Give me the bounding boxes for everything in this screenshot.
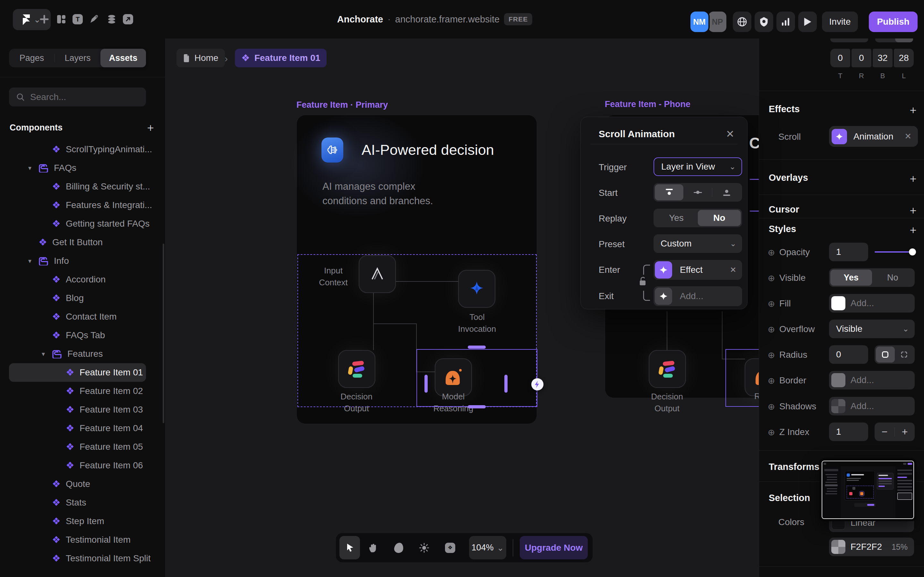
export-tool-button[interactable]	[122, 13, 134, 25]
close-icon[interactable]: ✕	[726, 128, 734, 140]
overflow-select[interactable]: Visible⌄	[829, 319, 915, 338]
plus-circle-icon[interactable]: ⊕	[768, 273, 775, 284]
padding-left-input[interactable]: 28	[894, 49, 914, 67]
tree-item-billing[interactable]: ❖Billing & Security st...	[0, 177, 166, 196]
partial-control[interactable]	[875, 39, 913, 42]
link-enter-exit-toggle[interactable]	[639, 262, 651, 303]
feature-icon-tile[interactable]	[321, 137, 343, 163]
selection-handle-right[interactable]	[504, 375, 507, 393]
start-option-center[interactable]	[683, 184, 712, 200]
tree-item-scrolltyping[interactable]: ❖ScrollTypingAnimati...	[0, 140, 166, 159]
add-component-button[interactable]: ＋	[145, 120, 156, 135]
padding-bottom-input[interactable]: 32	[873, 49, 893, 67]
plus-circle-icon[interactable]: ⊕	[768, 427, 775, 438]
frame-primary[interactable]: AI-Powered decision AI manages complex c…	[296, 115, 537, 424]
selection-handle-bottom[interactable]	[468, 405, 486, 408]
zindex-increment[interactable]: +	[895, 426, 915, 438]
layout-tool-button[interactable]	[55, 13, 67, 25]
text-tool-button[interactable]: T	[72, 13, 83, 25]
tree-item-faqs-tab[interactable]: ❖FAQs Tab	[0, 326, 166, 345]
frame-label-phone[interactable]: Feature Item - Phone	[605, 99, 690, 109]
preview-button[interactable]	[798, 11, 817, 32]
hand-tool-button[interactable]	[363, 536, 383, 559]
radius-uniform-option[interactable]	[876, 347, 895, 363]
plus-circle-icon[interactable]: ⊕	[768, 247, 775, 258]
start-option-bottom[interactable]	[712, 184, 741, 200]
breadcrumb-current[interactable]: ❖ Feature Item 01	[235, 49, 326, 67]
node-tool-invocation[interactable]	[458, 270, 495, 308]
node-model-reasoning-phone[interactable]	[745, 358, 759, 396]
tree-item-feature-item-04[interactable]: ❖Feature Item 04	[0, 419, 166, 438]
feature-description[interactable]: AI manages complex conditions and branch…	[322, 179, 433, 208]
zindex-input[interactable]: 1	[829, 422, 868, 441]
zoom-control[interactable]: 104%⌄	[469, 536, 506, 559]
plus-circle-icon[interactable]: ⊕	[768, 299, 775, 309]
tree-item-accordion[interactable]: ❖Accordion	[0, 270, 166, 289]
upgrade-now-button[interactable]: Upgrade Now	[520, 536, 588, 559]
project-title[interactable]: Anchorate · anchorate.framer.website FRE…	[337, 12, 533, 26]
tree-item-feature-item-03[interactable]: ❖Feature Item 03	[0, 400, 166, 419]
shadows-add-chip[interactable]: Add...	[829, 397, 915, 416]
opacity-slider-knob[interactable]	[909, 248, 916, 255]
visible-no[interactable]: No	[872, 269, 914, 285]
feature-title[interactable]: AI-Powered decision	[362, 142, 494, 158]
tree-item-quote[interactable]: ❖Quote	[0, 475, 166, 493]
node-decision-output-phone[interactable]	[649, 350, 686, 388]
avatar-np[interactable]: NP	[708, 11, 726, 32]
visible-yes[interactable]: Yes	[830, 269, 872, 285]
tree-item-get-it-button[interactable]: ❖Get It Button	[0, 233, 166, 251]
cms-tool-button[interactable]	[106, 13, 118, 25]
exit-add-chip[interactable]: Add...	[654, 286, 742, 306]
comment-tool-button[interactable]	[389, 536, 409, 559]
opacity-input[interactable]: 1	[829, 243, 868, 261]
color-f2f2f2-chip[interactable]: F2F2F2 15%	[829, 538, 914, 556]
invite-button[interactable]: Invite	[822, 11, 858, 32]
padding-right-input[interactable]: 0	[851, 49, 871, 67]
breadcrumb-home[interactable]: Home	[176, 49, 225, 67]
partial-control[interactable]	[830, 39, 868, 42]
tree-item-feature-item-01[interactable]: ❖Feature Item 01	[0, 363, 166, 382]
radius-individual-option[interactable]	[895, 347, 914, 363]
transforms-preview-window[interactable]	[819, 458, 916, 521]
tree-item-features-integrations[interactable]: ❖Features & Integrati...	[0, 196, 166, 214]
tree-item-step-item[interactable]: ❖Step Item	[0, 512, 166, 530]
tree-item-testimonial-item[interactable]: ❖Testimonial Item	[0, 530, 166, 549]
sidebar-scrollbar[interactable]	[163, 243, 164, 423]
site-settings-button[interactable]	[733, 11, 751, 32]
plus-circle-icon[interactable]: ⊕	[768, 350, 775, 360]
add-style-button[interactable]: ＋	[908, 222, 919, 237]
node-decision-output[interactable]	[338, 350, 375, 388]
publish-button[interactable]: Publish	[869, 11, 918, 32]
plus-circle-icon[interactable]: ⊕	[768, 402, 775, 412]
avatar-nm[interactable]: NM	[690, 11, 708, 32]
tree-item-contact-item[interactable]: ❖Contact Item	[0, 308, 166, 326]
tree-item-stats[interactable]: ❖Stats	[0, 493, 166, 512]
tree-item-testimonial-item-split[interactable]: ❖Testimonial Item Split	[0, 549, 166, 568]
plus-circle-icon[interactable]: ⊕	[768, 324, 775, 335]
tree-item-getting-started[interactable]: ❖Getting started FAQs	[0, 214, 166, 233]
zindex-decrement[interactable]: −	[875, 426, 895, 438]
add-effect-button[interactable]: ＋	[908, 103, 919, 117]
protect-button[interactable]	[754, 11, 773, 32]
tree-folder-features[interactable]: ▾Features	[0, 345, 166, 363]
preset-select[interactable]: Custom⌄	[654, 234, 742, 253]
select-tool-button[interactable]	[339, 536, 360, 559]
tab-assets[interactable]: Assets	[100, 49, 146, 67]
add-overlay-button[interactable]: ＋	[908, 171, 919, 186]
node-input-context[interactable]	[359, 255, 396, 293]
tree-folder-info[interactable]: ▾Info	[0, 251, 166, 270]
tree-item-feature-item-05[interactable]: ❖Feature Item 05	[0, 438, 166, 456]
replay-no[interactable]: No	[698, 210, 741, 226]
tree-folder-faqs[interactable]: ▾FAQs	[0, 159, 166, 177]
selection-handle-top[interactable]	[468, 346, 486, 349]
tree-item-feature-item-02[interactable]: ❖Feature Item 02	[0, 382, 166, 400]
enter-effect-chip[interactable]: Effect ✕	[654, 260, 742, 280]
scroll-animation-chip[interactable]: Animation ✕	[829, 126, 918, 147]
analytics-button[interactable]	[776, 11, 795, 32]
frame-label-primary[interactable]: Feature Item · Primary	[296, 100, 388, 110]
effect-bolt-badge[interactable]	[531, 378, 543, 390]
border-add-chip[interactable]: Add...	[829, 371, 915, 390]
tree-item-blog[interactable]: ❖Blog	[0, 289, 166, 308]
search-input[interactable]: Search...	[9, 87, 146, 106]
tab-layers[interactable]: Layers	[55, 49, 100, 67]
